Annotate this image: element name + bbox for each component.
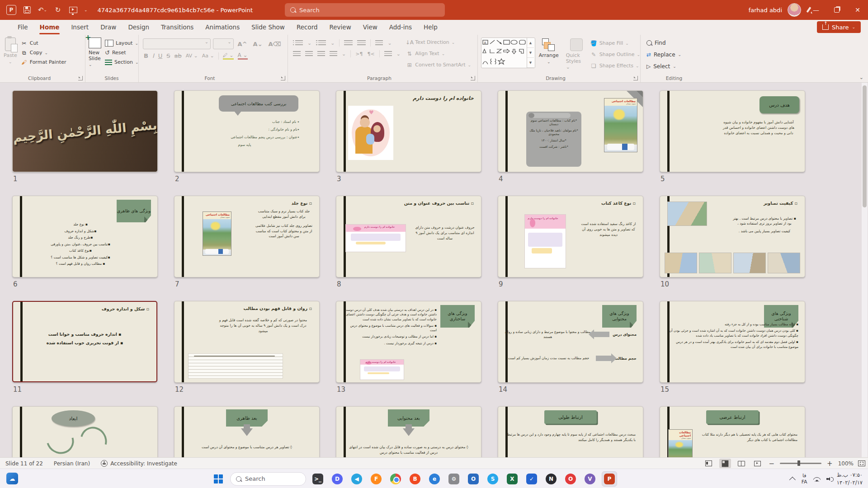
opera-icon[interactable]: O (563, 471, 578, 487)
slide-thumbnail-12[interactable]: ▫ روان و قابل فهم بودن مطالبمحتوا در صور… (174, 301, 320, 383)
slide-thumbnail-19[interactable]: ارتباط طولیمبحث درس مطالعات اجتماعی که ا… (498, 406, 643, 457)
slide-thumbnail-6[interactable]: ویژگی های ظاهری▪ نوع جلد▪شکل و اندازه حر… (12, 196, 158, 277)
slide-sorter-view-button[interactable] (719, 459, 731, 468)
minimize-button[interactable]: — (806, 0, 826, 20)
gallery-scroll[interactable]: ▲▼▼ (527, 38, 534, 68)
shapes-gallery[interactable]: A (481, 38, 535, 68)
font-dialog-launcher[interactable] (281, 76, 285, 80)
restore-button[interactable] (826, 0, 847, 20)
language-switcher[interactable]: فاFA (802, 473, 807, 484)
telegram-icon[interactable]: ◀ (349, 471, 364, 487)
slideshow-view-button[interactable] (752, 459, 764, 468)
slide-thumbnail-10[interactable]: ▫ کیفیت تصاویر▪ تصاویر با محتوای درس مرت… (660, 196, 805, 277)
volume-icon[interactable] (826, 477, 831, 481)
tab-design[interactable]: Design (122, 21, 155, 34)
slide-thumbnail-20[interactable]: ارتباط عرضیمحتوای کتاب هایی که هر یک پای… (660, 406, 805, 457)
brave-icon[interactable]: B (407, 471, 423, 487)
format-painter-button[interactable]: 🖌Format Painter (21, 57, 66, 67)
slide-thumbnail-5[interactable]: هدف درسآشنایی دانش آموز با مفهوم خانواده… (660, 90, 805, 172)
zoom-slider-thumb[interactable] (797, 460, 800, 466)
tab-file[interactable]: File (12, 21, 34, 34)
vertical-scrollbar[interactable] (862, 83, 868, 457)
taskbar-search[interactable]: Search (230, 472, 306, 486)
powerpoint-icon[interactable]: P (602, 471, 617, 487)
cut-button[interactable]: ✂Cut (21, 38, 66, 48)
tab-record[interactable]: Record (291, 21, 324, 34)
redo-button[interactable]: ↻ (53, 5, 62, 14)
find-button[interactable]: Find (646, 38, 702, 48)
fit-to-window-icon[interactable] (858, 460, 865, 466)
account-button[interactable]: farhad abdi (749, 0, 815, 20)
discord-icon[interactable]: D (330, 471, 345, 487)
slide-thumbnail-1[interactable]: بِسْمِ اللّٰهِ الرَّحْمٰنِ الرَّحِیم (12, 90, 158, 172)
scrollbar-thumb[interactable] (863, 85, 867, 207)
paragraph-dialog-launcher[interactable] (471, 76, 475, 80)
customize-qat-icon[interactable]: ⌄ (84, 8, 88, 12)
tab-home[interactable]: Home (34, 21, 66, 34)
slide-thumbnail-2[interactable]: بررسی کتب مطالعات اجتماعی٭ نام استاد : ج… (174, 90, 320, 172)
replace-button[interactable]: ⇄Replace⌄ (646, 49, 702, 60)
outlook-icon[interactable]: O (466, 471, 481, 487)
save-button[interactable] (23, 5, 32, 14)
zoom-slider[interactable] (780, 463, 821, 464)
slide-thumbnail-3[interactable]: خانواده ام را دوست دارم♥ (336, 90, 481, 172)
zoom-level[interactable]: 100% (838, 460, 854, 467)
slide-thumbnail-13[interactable]: ویژگی های ساختاری▪ در این درس اهداف به د… (336, 301, 481, 383)
slide-indicator[interactable]: Slide 11 of 22 (0, 460, 48, 467)
skype-icon[interactable]: S (485, 471, 500, 487)
tab-transitions[interactable]: Transitions (155, 21, 199, 34)
titlebar-search[interactable]: Search (285, 3, 445, 17)
tab-add-ins[interactable]: Add-ins (383, 21, 418, 34)
tab-slide-show[interactable]: Slide Show (245, 21, 291, 34)
tab-review[interactable]: Review (324, 21, 357, 34)
slide-thumbnail-7[interactable]: ▫ نوع جلدجلد کتاب بسیار نرم و سبک متناسب… (174, 196, 320, 277)
normal-view-button[interactable] (703, 459, 715, 468)
slide-thumbnail-15[interactable]: ویژگی های شناختی▪ ارائه مطالب بسیار مناس… (660, 301, 805, 383)
start-button[interactable] (211, 471, 226, 487)
slide-thumbnail-14[interactable]: ویژگی های محتواییمطالب و محتوا با موضوع … (498, 301, 643, 383)
chrome-icon[interactable] (388, 471, 403, 487)
excel-icon[interactable]: X (505, 471, 520, 487)
share-button[interactable]: Share ⌄ (817, 21, 861, 33)
tab-view[interactable]: View (357, 21, 383, 34)
tab-insert[interactable]: Insert (65, 21, 94, 34)
notion-icon[interactable]: N (543, 471, 559, 487)
new-slide-button[interactable]: NewSlide ⌄ (85, 35, 105, 70)
slide-thumbnail-4[interactable]: *نام کتاب : مطالعات اجتماعی سوم دبستان*ن… (498, 90, 643, 172)
reading-view-button[interactable] (736, 459, 747, 468)
undo-button[interactable]: ↶⌄ (38, 5, 47, 14)
layout-button[interactable]: Layout⌄ (105, 38, 138, 48)
tab-draw[interactable]: Draw (94, 21, 122, 34)
select-button[interactable]: ▷Select⌄ (646, 61, 702, 72)
slide-thumbnail-16[interactable]: ابعادبعد درونیبعد بیرونی (12, 406, 158, 457)
close-button[interactable]: ✕ (847, 0, 868, 20)
viber-icon[interactable]: V (582, 471, 598, 487)
drawing-dialog-launcher[interactable] (633, 76, 638, 80)
copy-button[interactable]: ⧉Copy⌄ (21, 48, 66, 57)
slide-thumbnail-9[interactable]: ▫ نوع کاغذ کتابخانواده ام را دوست دارماز… (498, 196, 643, 277)
tab-help[interactable]: Help (418, 21, 443, 34)
clock[interactable]: ۰۷:۵۰ ب.ظ۱۴۰۲/۰۲/۱۷ (837, 471, 863, 486)
zoom-out-button[interactable]: − (768, 460, 776, 468)
tab-animations[interactable]: Animations (199, 21, 245, 34)
slide-thumbnail-18[interactable]: بعد محتوایی◊ محتوای درس به درستی و به صو… (336, 406, 481, 457)
clipboard-dialog-launcher[interactable] (78, 76, 83, 80)
reset-button[interactable]: ↺Reset (105, 48, 138, 57)
settings-icon[interactable]: ⚙ (446, 471, 462, 487)
todo-icon[interactable]: ✓ (524, 471, 539, 487)
slide-thumbnail-17[interactable]: بعد ظاهری◊ تصاویر هر درس متناسب با موضوع… (174, 406, 320, 457)
slide-thumbnail-11[interactable]: ▫ شکل و اندازه حروف▪ اندازه حروف مناسب و… (12, 301, 157, 382)
firefox-icon[interactable]: F (368, 471, 384, 487)
edge-icon[interactable]: e (427, 471, 442, 487)
widgets-icon[interactable]: ☁ (6, 473, 18, 484)
arrange-button[interactable]: Arrange⌄ (535, 35, 562, 73)
slide-thumbnail-8[interactable]: ▫ تناسب بین حروف عنوان و متنخانواده ام ر… (336, 196, 481, 277)
zoom-in-button[interactable]: + (826, 460, 834, 468)
section-button[interactable]: Section⌄ (105, 57, 138, 67)
wifi-icon[interactable] (813, 476, 821, 482)
tray-expand-icon[interactable] (789, 477, 796, 483)
accessibility-status[interactable]: Accessibility: Investigate (95, 460, 183, 467)
language-indicator[interactable]: Persian (Iran) (48, 460, 95, 467)
terminal-icon[interactable]: >_ (310, 471, 326, 487)
start-slideshow-button[interactable] (69, 5, 78, 14)
